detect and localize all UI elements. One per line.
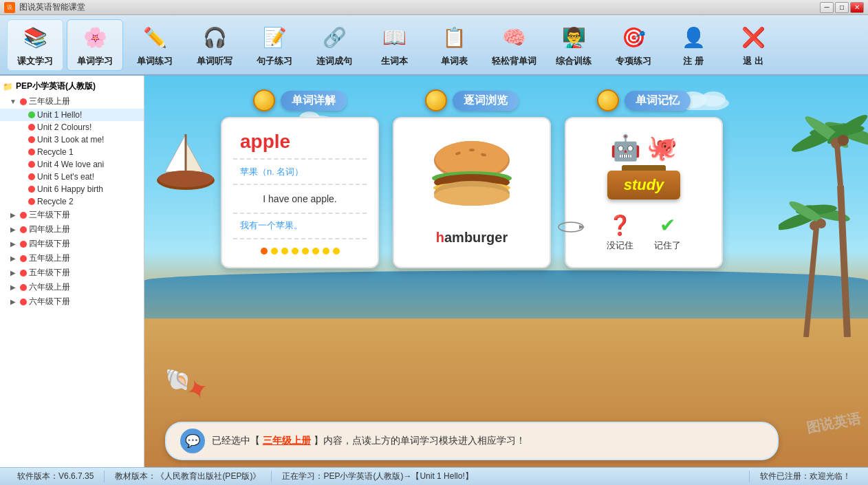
lianci-label: 连词成句	[316, 55, 352, 67]
svg-marker-27	[579, 225, 585, 229]
expand-icon-5a[interactable]: ▶	[8, 254, 18, 263]
status-version: 软件版本：V6.6.7.35	[7, 471, 105, 482]
dot-4[interactable]	[292, 248, 299, 255]
sidebar-item-6b[interactable]: ▶ 六年级下册	[0, 294, 144, 309]
toolbar-zonghe[interactable]: 👨‍🏫 综合训练	[545, 19, 602, 71]
dot-8[interactable]	[333, 248, 340, 255]
toolbar-danci[interactable]: 🌸 单词学习	[67, 19, 123, 71]
sidebar-item-3b[interactable]: ▶ 三年级下册	[0, 208, 144, 222]
char2-icon: 🐙	[647, 133, 677, 162]
toolbar-zhuce[interactable]: 👤 注 册	[665, 19, 721, 71]
card1-divider1	[233, 158, 367, 160]
expand-icon-5b[interactable]: ▶	[8, 268, 18, 278]
sidebar-item-unit5[interactable]: ─ Unit 5 Let's eat!	[0, 171, 144, 183]
card1-sentence-en: I have one apple.	[256, 191, 343, 207]
svg-line-12	[840, 186, 847, 337]
wave-decoration	[144, 270, 868, 319]
dot-5b	[20, 270, 27, 277]
dot-6[interactable]	[312, 248, 319, 255]
toolbar-shengci[interactable]: 📖 生词本	[366, 19, 422, 71]
expand-icon-4a[interactable]: ▶	[8, 225, 18, 235]
sidebar-item-5b[interactable]: ▶ 五年级下册	[0, 266, 144, 280]
tingxie-icon: 🎧	[199, 22, 230, 52]
card1-title[interactable]: 单词详解	[281, 91, 347, 111]
sidebar-item-4a[interactable]: ▶ 四年级上册	[0, 222, 144, 237]
dancibiao-label: 单词表	[441, 55, 468, 67]
toolbar-kecheng[interactable]: 📚 课文学习	[7, 19, 63, 71]
folder-icon: 📁	[3, 82, 13, 91]
dot-unit6	[28, 186, 35, 193]
toolbar-lianxi[interactable]: ✏️ 单词练习	[127, 19, 183, 71]
char1-icon: 🤖	[610, 133, 641, 162]
forget-button[interactable]: ❓ 没记住	[607, 214, 633, 252]
kecheng-label: 课文学习	[17, 55, 53, 67]
sidebar-item-3a[interactable]: ▼ 三年级上册	[0, 94, 144, 109]
card2-body[interactable]: hamburger	[393, 117, 551, 268]
tree-label-unit5: Unit 5 Let's eat!	[37, 172, 94, 182]
sidebar-item-unit2[interactable]: ─ Unit 2 Colours!	[0, 121, 144, 133]
sidebar-item-unit6[interactable]: ─ Unit 6 Happy birth	[0, 183, 144, 195]
card3-characters: 🤖 🐙	[610, 133, 677, 162]
sidebar-item-unit1[interactable]: ─ Unit 1 Hello!	[0, 109, 144, 121]
remember-button[interactable]: ✔ 记住了	[654, 214, 681, 252]
expand-icon-6a[interactable]: ▶	[8, 283, 18, 292]
sidebar-item-5a[interactable]: ▶ 五年级上册	[0, 251, 144, 266]
expand-icon-3b[interactable]: ▶	[8, 211, 18, 220]
app-title: 图说英语智能课堂	[19, 1, 85, 13]
close-button[interactable]: ✕	[850, 2, 864, 13]
dot-6a	[20, 284, 27, 291]
status-textbook: 教材版本：《人民教育出版社(PEP版)》	[105, 471, 272, 482]
tree-label-unit1: Unit 1 Hello!	[37, 110, 82, 120]
card3-body[interactable]: 🤖 🐙 study ❓ 没记住 ✔	[565, 117, 723, 268]
tree-label-3a: 三年级上册	[29, 96, 70, 107]
shell-decoration: 🐚	[165, 367, 191, 391]
card1-divider2	[233, 184, 367, 185]
sidebar-root-label: PEP小学英语(人教版)	[16, 80, 96, 92]
dot-2[interactable]	[271, 248, 278, 255]
hamburger-image	[427, 140, 517, 208]
card2-title[interactable]: 逐词浏览	[453, 91, 519, 111]
toolbar-tuichu[interactable]: ❌ 退 出	[725, 19, 781, 71]
card1-word-zh: 苹果（n. 名词）	[233, 166, 303, 178]
tree-label-r2: Recycle 2	[37, 197, 74, 206]
card-zhuci: 逐词浏览	[393, 89, 551, 268]
dot-7[interactable]	[323, 248, 329, 255]
card3-title[interactable]: 单词记忆	[625, 91, 691, 111]
message-icon: 💬	[180, 429, 205, 453]
expand-icon-unit3: ─	[17, 135, 26, 144]
expand-icon-unit2: ─	[17, 122, 26, 132]
expand-icon-3a[interactable]: ▼	[8, 97, 18, 107]
sidebar-item-unit3[interactable]: ─ Unit 3 Look at me!	[0, 133, 144, 146]
card1-dots	[261, 248, 340, 255]
toolbar-juzi[interactable]: 📝 句子练习	[246, 19, 303, 71]
remember-icon: ✔	[660, 214, 675, 237]
expand-icon-6b[interactable]: ▶	[8, 297, 18, 307]
wave-arrow	[557, 220, 585, 237]
toolbar-lianci[interactable]: 🔗 连词成句	[306, 19, 362, 71]
expand-icon-4b[interactable]: ▶	[8, 239, 18, 249]
msg-highlight: 三年级上册	[263, 435, 311, 446]
toolbar-tingxie[interactable]: 🎧 单词听写	[186, 19, 243, 71]
sidebar-item-4b[interactable]: ▶ 四年级下册	[0, 237, 144, 251]
card1-word-en: apple	[233, 131, 290, 153]
card3-header: 单词记忆	[597, 89, 691, 111]
toolbar-zhuanxiang[interactable]: 🎯 专项练习	[605, 19, 662, 71]
toolbar-qingsong[interactable]: 🧠 轻松背单词	[486, 19, 542, 71]
toolbar-dancibiao[interactable]: 📋 单词表	[426, 19, 482, 71]
sidebar-root[interactable]: 📁 PEP小学英语(人教版)	[0, 78, 144, 94]
sidebar-item-recycle2[interactable]: ─ Recycle 2	[0, 195, 144, 208]
dot-5[interactable]	[302, 248, 309, 255]
sidebar-item-unit4[interactable]: ─ Unit 4 We love ani	[0, 158, 144, 171]
svg-point-31	[469, 149, 475, 151]
card1-sentence-zh: 我有一个苹果。	[233, 219, 303, 232]
tuichu-icon: ❌	[738, 22, 768, 52]
dot-r1	[28, 149, 35, 155]
maximize-button[interactable]: □	[835, 2, 849, 13]
dot-3[interactable]	[281, 248, 288, 255]
sidebar-item-6a[interactable]: ▶ 六年级上册	[0, 280, 144, 294]
dot-1[interactable]	[261, 248, 268, 255]
minimize-button[interactable]: ─	[820, 2, 834, 13]
card1-body[interactable]: apple 苹果（n. 名词） I have one apple. 我有一个苹果…	[221, 117, 379, 268]
dot-unit2	[28, 124, 35, 131]
sidebar-item-recycle1[interactable]: ─ Recycle 1	[0, 146, 144, 158]
